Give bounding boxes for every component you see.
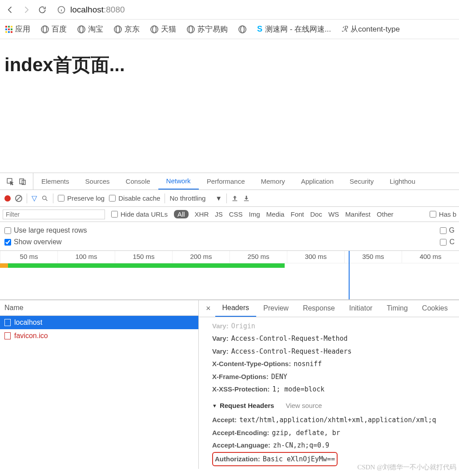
bookmark-speedtest[interactable]: S 测速网 - 在线网速... <box>257 24 331 34</box>
forward-button[interactable] <box>21 5 31 15</box>
svg-point-6 <box>43 196 46 199</box>
header-row: X-Frame-Options:DENY <box>212 371 450 383</box>
filter-type-css[interactable]: CSS <box>229 210 243 218</box>
use-large-rows-checkbox[interactable]: Use large request rows <box>4 226 87 234</box>
tab-network[interactable]: Network <box>158 173 199 190</box>
timeline-tick: 100 ms <box>57 251 115 263</box>
timeline-tick: 50 ms <box>0 251 57 263</box>
throttling-select[interactable]: No throttling▼ <box>169 194 222 202</box>
site-info-icon[interactable] <box>57 5 66 14</box>
timeline-cursor[interactable] <box>349 251 350 299</box>
network-toolbar: ▽ Preserve log Disable cache No throttli… <box>0 190 459 207</box>
inspect-element-icon[interactable] <box>6 177 14 186</box>
detail-tab-preview[interactable]: Preview <box>256 300 296 317</box>
filter-type-media[interactable]: Media <box>266 210 285 218</box>
detail-tab-initiator[interactable]: Initiator <box>342 300 379 317</box>
tab-console[interactable]: Console <box>118 173 158 190</box>
bookmark-taobao[interactable]: 淘宝 <box>77 24 103 34</box>
filter-type-ws[interactable]: WS <box>328 210 339 218</box>
toggle-device-icon[interactable] <box>19 177 27 186</box>
close-detail-button[interactable]: × <box>201 304 215 313</box>
view-source-link[interactable]: View source <box>286 399 322 412</box>
filter-type-manifest[interactable]: Manifest <box>345 210 370 218</box>
search-icon[interactable] <box>41 195 48 202</box>
bookmark-jd[interactable]: 京东 <box>114 24 140 34</box>
request-panel: Name localhost favicon.ico × Headers Pre… <box>0 300 459 469</box>
hide-data-urls-checkbox[interactable]: Hide data URLs <box>111 210 168 218</box>
globe-icon <box>77 25 85 33</box>
globe-icon <box>187 25 195 33</box>
tab-performance[interactable]: Performance <box>199 173 253 190</box>
bookmark-contenttype[interactable]: ℛ 从content-type <box>342 24 400 34</box>
speedtest-icon: S <box>257 24 262 34</box>
globe-icon <box>150 25 158 33</box>
disable-cache-checkbox[interactable]: Disable cache <box>109 194 160 202</box>
detail-tab-response[interactable]: Response <box>296 300 342 317</box>
tab-security[interactable]: Security <box>342 173 382 190</box>
timeline-tick: 350 ms <box>344 251 402 263</box>
timeline-tick: 300 ms <box>287 251 344 263</box>
upload-har-icon[interactable] <box>231 195 238 202</box>
header-row: Vary:Access-Control-Request-Method <box>212 332 450 345</box>
bookmark-empty[interactable] <box>238 25 246 33</box>
page-title: index首页面... <box>4 52 455 77</box>
tab-sources[interactable]: Sources <box>77 173 118 190</box>
capture-screenshots-checkbox[interactable]: C <box>440 238 455 246</box>
apps-shortcut[interactable]: 应用 <box>5 24 30 34</box>
record-button[interactable] <box>4 195 11 202</box>
apps-label: 应用 <box>15 24 30 34</box>
address-bar[interactable]: localhost:8080 <box>53 5 454 15</box>
has-blocked-checkbox[interactable]: Has b <box>430 210 456 218</box>
filter-type-xhr[interactable]: XHR <box>195 210 209 218</box>
devtools-panel: Elements Sources Console Network Perform… <box>0 173 459 469</box>
timeline-tick: 250 ms <box>230 251 287 263</box>
header-row: X-Content-Type-Options:nosniff <box>212 358 450 371</box>
filter-type-other[interactable]: Other <box>377 210 394 218</box>
globe-icon <box>238 25 246 33</box>
tab-memory[interactable]: Memory <box>253 173 293 190</box>
timeline-bar <box>0 263 8 268</box>
globe-icon <box>41 25 49 33</box>
detail-tab-cookies[interactable]: Cookies <box>415 300 455 317</box>
header-row: Accept:text/html,application/xhtml+xml,a… <box>212 414 450 427</box>
apps-grid-icon <box>5 26 12 33</box>
globe-icon <box>114 25 122 33</box>
document-icon <box>4 332 11 339</box>
filter-type-doc[interactable]: Doc <box>310 210 322 218</box>
clear-button[interactable] <box>15 195 22 202</box>
network-timeline[interactable]: 50 ms 100 ms 150 ms 200 ms 250 ms 300 ms… <box>0 251 459 300</box>
filter-type-font[interactable]: Font <box>290 210 304 218</box>
tab-application[interactable]: Application <box>293 173 342 190</box>
timeline-tick: 200 ms <box>172 251 230 263</box>
filter-type-img[interactable]: Img <box>249 210 260 218</box>
browser-nav-bar: localhost:8080 <box>0 0 459 20</box>
detail-tab-headers[interactable]: Headers <box>215 300 256 317</box>
bookmark-tmall[interactable]: 天猫 <box>150 24 176 34</box>
back-button[interactable] <box>5 5 15 15</box>
filter-input[interactable] <box>3 210 105 219</box>
reload-button[interactable] <box>37 5 47 15</box>
group-by-frame-checkbox[interactable]: G <box>440 226 455 234</box>
filter-type-js[interactable]: JS <box>215 210 223 218</box>
tab-elements[interactable]: Elements <box>33 173 77 190</box>
preserve-log-checkbox[interactable]: Preserve log <box>58 194 105 202</box>
tab-lighthouse[interactable]: Lighthou <box>382 173 423 190</box>
detail-tab-timing[interactable]: Timing <box>379 300 415 317</box>
svg-rect-8 <box>233 200 238 201</box>
filter-type-all[interactable]: All <box>174 210 189 218</box>
bookmark-baidu[interactable]: 百度 <box>41 24 67 34</box>
url-text: localhost:8080 <box>70 5 125 15</box>
svg-line-7 <box>46 199 47 201</box>
request-row[interactable]: favicon.ico <box>0 329 198 343</box>
download-har-icon[interactable] <box>243 195 250 202</box>
request-row[interactable]: localhost <box>0 316 198 329</box>
page-body: index首页面... <box>0 39 459 173</box>
filter-toggle-icon[interactable]: ▽ <box>32 194 37 202</box>
request-headers-section[interactable]: ▼ Request Headers View source <box>212 396 450 414</box>
request-detail: × Headers Preview Response Initiator Tim… <box>199 300 459 469</box>
request-list: Name localhost favicon.ico <box>0 300 199 469</box>
bookmark-suning[interactable]: 苏宁易购 <box>187 24 228 34</box>
show-overview-checkbox[interactable]: Show overview <box>4 238 62 246</box>
column-header-name[interactable]: Name <box>0 300 198 316</box>
detail-tab-bar: × Headers Preview Response Initiator Tim… <box>199 300 459 317</box>
